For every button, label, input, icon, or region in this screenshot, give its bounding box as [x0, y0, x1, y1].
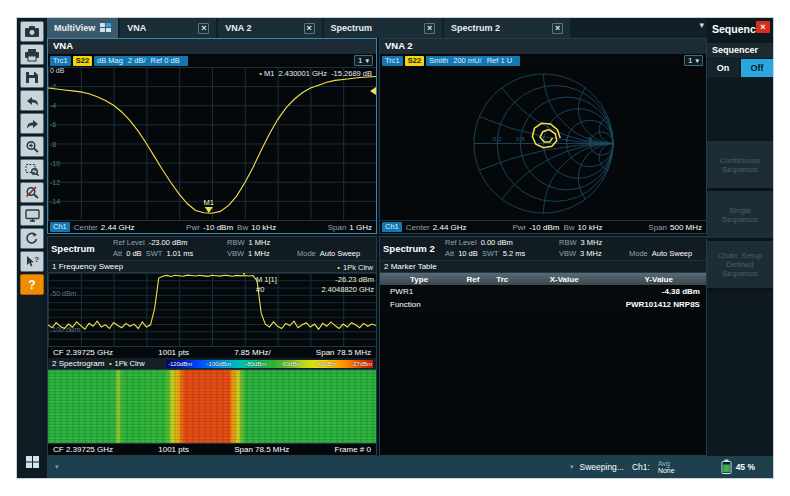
save-button[interactable]	[20, 67, 44, 88]
vna2-ch1-chip[interactable]: Ch1	[382, 222, 402, 232]
spectrum-marker-m1[interactable]	[240, 273, 248, 275]
vna2-panel-title[interactable]: VNA 2	[380, 39, 706, 54]
att-swt-field[interactable]: Att0 dB SWT1.01 ms	[113, 249, 221, 260]
screenshot-camera-button[interactable]	[20, 21, 44, 42]
mode-field[interactable]: ModeAuto Sweep	[629, 249, 707, 260]
spectrogram-cf[interactable]: CF 2.39725 GHz	[53, 445, 113, 454]
spectrum-graph[interactable]: -50 dBm-100 dBm M 1[1]-26.23 dBm #02.404…	[48, 273, 376, 346]
rbw-field[interactable]: RBW1 MHz	[227, 238, 291, 249]
close-icon: ×	[760, 22, 765, 32]
tab-spectrum2-label: Spectrum 2	[451, 23, 500, 33]
vna2-trace-format-chip[interactable]: Smith200 mU/Ref 1 U	[426, 56, 520, 66]
tab-multiview[interactable]: MultiView	[47, 18, 118, 38]
vna-span-field[interactable]: Span1 GHz	[328, 223, 372, 232]
close-tab-icon[interactable]: ×	[424, 23, 435, 34]
spectrum-span[interactable]: Span 78.5 MHz	[316, 348, 371, 357]
spectrogram-frame[interactable]: Frame # 0	[335, 445, 371, 454]
spectrum-per-div: 7.85 MHz/	[234, 348, 270, 357]
spectrogram-span[interactable]: Span 78.5 MHz	[234, 445, 289, 454]
svg-text:0.2: 0.2	[492, 135, 501, 142]
undo-button[interactable]	[20, 90, 44, 111]
zoom-off-button[interactable]	[20, 182, 44, 203]
tab-overflow-caret[interactable]: ▾	[699, 20, 704, 30]
close-sequencer-button[interactable]: ×	[756, 21, 770, 33]
frequency-sweep-window-title[interactable]: 1 Frequency Sweep •1Pk Clrw	[48, 261, 376, 273]
spectrogram-window-title[interactable]: 2 Spectrogram •1Pk Clrw -120dBm-100dBm-8…	[48, 358, 376, 370]
close-tab-icon[interactable]: ×	[198, 23, 209, 34]
display-button[interactable]	[20, 205, 44, 226]
vna-ch1-chip[interactable]: Ch1	[50, 222, 70, 232]
help-button[interactable]: ?	[20, 274, 44, 295]
windows-start-button[interactable]	[20, 454, 44, 474]
ref-level-field[interactable]: Ref Level-23.00 dBm	[113, 238, 221, 249]
zoom-selection-button[interactable]	[20, 159, 44, 180]
context-help-button[interactable]: ?	[20, 251, 44, 272]
marker-table-row[interactable]: Function PWR101412 NRP8S	[380, 298, 706, 311]
vna-panel: VNA Trc1 S22 dB Mag2 dB/Ref 0 dB 1▾ 0 dB…	[47, 38, 377, 234]
vna2-span-field[interactable]: Span500 MHz	[648, 223, 702, 232]
close-tab-icon[interactable]: ×	[552, 23, 563, 34]
vna-trace-format-chip[interactable]: dB Mag2 dB/Ref 0 dB	[94, 56, 188, 66]
rbw-field[interactable]: RBW3 MHz	[559, 238, 623, 249]
spectrogram-body[interactable]	[48, 370, 376, 443]
vna-trace-name-chip[interactable]: Trc1	[50, 56, 71, 66]
tab-spectrum[interactable]: Spectrum ×	[324, 18, 443, 38]
marker-table-row[interactable]: PWR1 -4.38 dBm	[380, 285, 706, 298]
zoom-off-icon	[25, 186, 39, 199]
tab-spectrum2[interactable]: Spectrum 2 ×	[444, 18, 570, 38]
status-bar: ▾ ▾ Sweeping... Ch1: Avg None 45 %	[47, 456, 773, 478]
vna-marker-m1[interactable]: M1	[204, 199, 214, 213]
spectrum-header: Spectrum Ref Level-23.00 dBm RBW1 MHz At…	[48, 237, 376, 261]
print-button[interactable]	[20, 44, 44, 65]
vna2-window-select[interactable]: 1▾	[684, 55, 703, 66]
tab-multiview-label: MultiView	[54, 23, 95, 33]
redo-button[interactable]	[20, 113, 44, 134]
statusbar-caret[interactable]: ▾	[570, 463, 574, 471]
close-tab-icon[interactable]: ×	[304, 23, 315, 34]
spectrum-cf[interactable]: CF 2.39725 GHz	[53, 348, 113, 357]
multiview-grid-icon	[100, 23, 111, 34]
single-sequence-softkey[interactable]: Single Sequence	[707, 191, 773, 241]
vna-panel-title[interactable]: VNA	[48, 39, 376, 54]
chan-setup-defined-sequence-softkey[interactable]: Chan. Setup Defined Sequence	[707, 241, 773, 291]
display-icon	[25, 209, 40, 222]
tab-vna[interactable]: VNA ×	[120, 18, 216, 38]
sequencer-off-button[interactable]: Off	[741, 59, 773, 77]
ref-level-field[interactable]: Ref Level0.00 dBm	[445, 238, 553, 249]
zoom-in-button[interactable]	[20, 136, 44, 157]
vna-graph[interactable]: 0 dB-2-4-6-8-10-12-14 • M1 2.430001 GHz …	[48, 67, 376, 220]
vbw-field[interactable]: VBW3 MHz	[559, 249, 623, 260]
vna2-trace-param-chip[interactable]: S22	[405, 56, 424, 66]
vna2-bandwidth-field[interactable]: Bw10 kHz	[563, 223, 602, 232]
zoom-in-icon	[25, 140, 39, 153]
spectrum2-title[interactable]: Spectrum 2	[383, 243, 439, 254]
help-icon: ?	[28, 278, 35, 292]
vna-trace-param-chip[interactable]: S22	[73, 56, 92, 66]
statusbar-left-caret[interactable]: ▾	[55, 463, 59, 471]
mode-field[interactable]: ModeAuto Sweep	[297, 249, 377, 260]
spectrum-marker-row-1: M 1[1]-26.23 dBm	[256, 275, 374, 284]
refresh-button[interactable]	[20, 228, 44, 249]
vna-power-field[interactable]: Pwr-10 dBm	[186, 223, 233, 232]
att-swt-field[interactable]: Att10 dB SWT5.2 ms	[445, 249, 553, 260]
spectrum-panel: Spectrum Ref Level-23.00 dBm RBW1 MHz At…	[47, 236, 377, 456]
vna2-graph[interactable]: 0.20.5125	[380, 67, 706, 220]
tab-vna-label: VNA	[127, 23, 146, 33]
spectrum-title[interactable]: Spectrum	[51, 243, 107, 254]
status-channel: Ch1:	[632, 462, 650, 472]
vna2-power-field[interactable]: Pwr-10 dBm	[512, 223, 559, 232]
smith-trace	[532, 123, 560, 147]
tab-vna2[interactable]: VNA 2 ×	[218, 18, 321, 38]
marker-triangle-icon	[205, 207, 213, 213]
vna-bandwidth-field[interactable]: Bw10 kHz	[237, 223, 276, 232]
channel-tab-bar: MultiView VNA × VNA 2 × Spectrum × Spect…	[47, 18, 707, 38]
sequencer-on-button[interactable]: On	[707, 59, 739, 77]
continuous-sequence-softkey[interactable]: Continuous Sequence	[707, 141, 773, 191]
sequencer-softkeys: Continuous Sequence Single Sequence Chan…	[707, 141, 773, 291]
marker-table-window-title[interactable]: 2 Marker Table	[380, 261, 706, 273]
vna2-trace-name-chip[interactable]: Trc1	[382, 56, 403, 66]
vna-center-field[interactable]: Center2.44 GHz	[74, 223, 135, 232]
vbw-field[interactable]: VBW1 MHz	[227, 249, 291, 260]
vna2-center-field[interactable]: Center2.44 GHz	[406, 223, 467, 232]
vna-window-select[interactable]: 1▾	[354, 55, 373, 66]
